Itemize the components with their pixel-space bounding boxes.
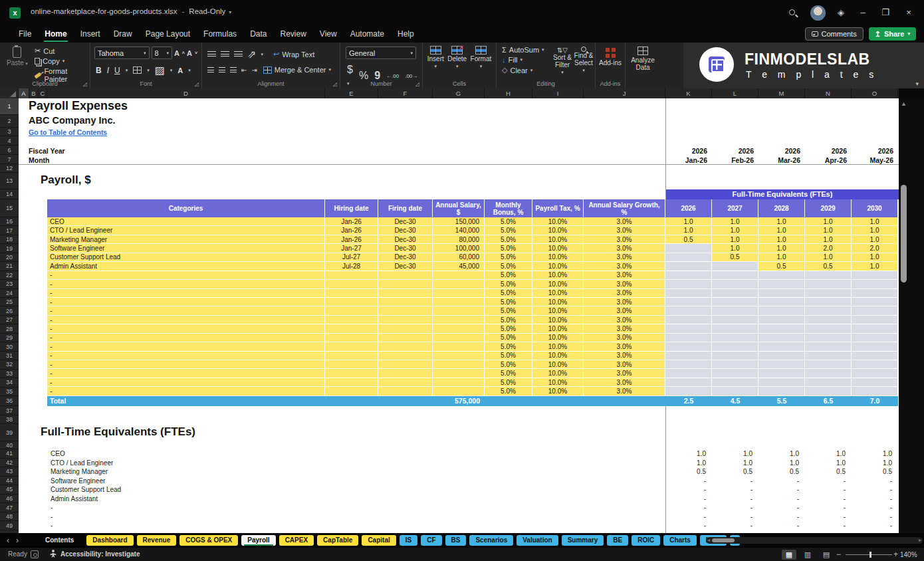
- month-cell-2[interactable]: Mar-26: [758, 156, 805, 165]
- tab-scroll-left-icon[interactable]: ‹: [7, 536, 9, 545]
- fiscal-year-cell-1[interactable]: 2026: [712, 146, 758, 156]
- category-cell[interactable]: -: [47, 289, 325, 298]
- row-header-31[interactable]: 31: [0, 352, 19, 360]
- alignment-dialog-launcher[interactable]: ◿: [333, 81, 337, 87]
- row-header-41[interactable]: 41: [0, 449, 19, 459]
- fte-cell[interactable]: [712, 369, 758, 378]
- fte-value-cell[interactable]: 1.0: [758, 449, 805, 459]
- fte-value-cell[interactable]: 0.5: [805, 467, 852, 477]
- category-cell[interactable]: -: [47, 316, 325, 324]
- italic-button[interactable]: I: [107, 66, 109, 75]
- fte-value-cell[interactable]: -: [712, 477, 758, 486]
- salary-cell[interactable]: 80,000: [433, 235, 485, 244]
- fte-value-cell[interactable]: 0.5: [665, 467, 712, 477]
- fte-value-cell[interactable]: 1.0: [758, 459, 805, 468]
- tax-cell[interactable]: 10.0%: [532, 244, 584, 253]
- category-cell[interactable]: Marketing Manager: [47, 235, 325, 244]
- total-cell[interactable]: [485, 396, 532, 406]
- total-cell[interactable]: [532, 396, 584, 406]
- salary-cell[interactable]: 45,000: [433, 262, 485, 271]
- row-header-49[interactable]: 49: [0, 521, 19, 530]
- fte-cell[interactable]: [852, 298, 898, 306]
- row-header-6[interactable]: 6: [0, 146, 19, 155]
- fte-cell[interactable]: [712, 271, 758, 280]
- salary-cell[interactable]: 60,000: [433, 253, 485, 262]
- align-center-icon[interactable]: [219, 67, 225, 73]
- fte-cell[interactable]: [758, 289, 805, 298]
- sheet-tab-captable[interactable]: CapTable: [317, 535, 358, 546]
- fte-cell[interactable]: [712, 387, 758, 395]
- category-cell[interactable]: -: [47, 324, 325, 333]
- column-header-G[interactable]: G: [433, 88, 485, 98]
- salary-cell[interactable]: [433, 378, 485, 387]
- select-all-corner[interactable]: [0, 88, 19, 98]
- fte-value-cell[interactable]: -: [712, 503, 758, 512]
- fte-cell[interactable]: [758, 342, 805, 351]
- font-color-button[interactable]: A: [177, 66, 183, 74]
- row-header-18[interactable]: 18: [0, 235, 19, 244]
- scroll-right-icon[interactable]: ▸: [919, 537, 921, 544]
- firing-date-cell[interactable]: Dec-30: [378, 235, 433, 244]
- sheet-tab-cogs-opex[interactable]: COGS & OPEX: [179, 535, 238, 546]
- fte-value-cell[interactable]: -: [852, 495, 898, 504]
- find-select-button[interactable]: Find & Select▾: [573, 47, 594, 74]
- grow-font-button[interactable]: A˄: [174, 47, 185, 59]
- firing-date-cell[interactable]: [378, 306, 433, 315]
- salary-cell[interactable]: [433, 387, 485, 395]
- bonus-cell[interactable]: 5.0%: [485, 334, 532, 342]
- fte-cell[interactable]: [665, 342, 712, 351]
- row-header-37[interactable]: 37: [0, 406, 19, 415]
- row-header-48[interactable]: 48: [0, 512, 19, 522]
- category-cell[interactable]: Software Engineer: [47, 244, 325, 253]
- growth-cell[interactable]: 3.0%: [584, 253, 665, 262]
- increase-indent-icon[interactable]: ⇥: [251, 66, 257, 74]
- total-fte-cell[interactable]: 5.5: [758, 396, 805, 406]
- fte-cell[interactable]: 1.0: [852, 253, 898, 262]
- column-header-A[interactable]: A: [19, 88, 29, 98]
- sort-filter-button[interactable]: ⇅▽ Sort & Filter▾: [552, 47, 573, 76]
- row-header-47[interactable]: 47: [0, 503, 19, 512]
- bonus-cell[interactable]: 5.0%: [485, 352, 532, 360]
- fte-cell[interactable]: 1.0: [712, 244, 758, 253]
- fte-cell[interactable]: [665, 306, 712, 315]
- firing-date-cell[interactable]: [378, 280, 433, 288]
- readonly-badge[interactable]: Read-Only: [189, 7, 225, 15]
- row-header-39[interactable]: 39: [0, 424, 19, 441]
- hiring-date-cell[interactable]: Jul-27: [325, 253, 378, 262]
- growth-cell[interactable]: 3.0%: [584, 316, 665, 324]
- restore-button[interactable]: ❐: [875, 6, 895, 19]
- total-fte-cell[interactable]: 2.5: [665, 396, 712, 406]
- copy-button[interactable]: Copy ▾: [35, 57, 90, 65]
- sheet-tab-charts[interactable]: Charts: [663, 535, 697, 546]
- scroll-left-icon[interactable]: ◂: [707, 537, 710, 544]
- bonus-cell[interactable]: 5.0%: [485, 280, 532, 288]
- fte-cell[interactable]: 0.5: [805, 262, 852, 271]
- fiscal-year-cell-3[interactable]: 2026: [805, 146, 852, 156]
- fte-cell[interactable]: [852, 306, 898, 315]
- fte-value-cell[interactable]: -: [758, 503, 805, 512]
- column-header-K[interactable]: K: [665, 88, 712, 98]
- fte-cell[interactable]: [805, 378, 852, 387]
- fte-cell[interactable]: [758, 360, 805, 369]
- sheet-tab-bs[interactable]: BS: [445, 535, 467, 546]
- fte-value-cell[interactable]: -: [665, 521, 712, 530]
- category-cell[interactable]: -: [47, 280, 325, 288]
- fte-cell[interactable]: [712, 378, 758, 387]
- fte-value-cell[interactable]: -: [665, 512, 712, 522]
- row-header-34[interactable]: 34: [0, 378, 19, 387]
- category-cell[interactable]: -: [47, 271, 325, 280]
- zoom-slider-thumb[interactable]: [869, 552, 871, 558]
- row-header-33[interactable]: 33: [0, 370, 19, 378]
- tax-cell[interactable]: 10.0%: [532, 226, 584, 235]
- fte-value-cell[interactable]: -: [712, 485, 758, 495]
- orientation-button[interactable]: ⇗: [247, 48, 256, 60]
- fte-value-cell[interactable]: -: [852, 521, 898, 530]
- hiring-date-cell[interactable]: [325, 271, 378, 280]
- row-header-46[interactable]: 46: [0, 495, 19, 504]
- bold-button[interactable]: B: [96, 66, 102, 75]
- share-button[interactable]: ↥ Share ▾: [869, 27, 916, 41]
- zoom-slider[interactable]: [846, 554, 892, 555]
- fte-cell[interactable]: [852, 352, 898, 360]
- bonus-cell[interactable]: 5.0%: [485, 235, 532, 244]
- bonus-cell[interactable]: 5.0%: [485, 306, 532, 315]
